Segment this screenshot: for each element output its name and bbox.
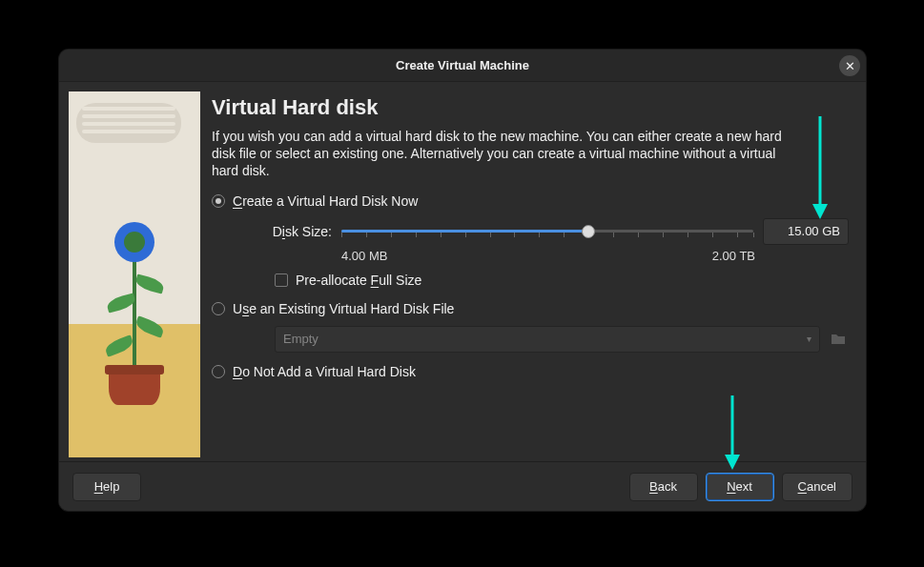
- disk-size-input[interactable]: 15.00 GB: [763, 218, 849, 245]
- page-description: If you wish you can add a virtual hard d…: [212, 128, 803, 180]
- radio-existing-label: Use an Existing Virtual Hard Disk File: [233, 301, 454, 316]
- radio-existing-disk[interactable]: Use an Existing Virtual Hard Disk File: [212, 301, 849, 316]
- wizard-illustration: [69, 91, 200, 457]
- disk-size-label: Disk Size:: [267, 224, 332, 239]
- disk-size-slider[interactable]: [341, 222, 753, 241]
- wizard-content: Virtual Hard disk If you wish you can ad…: [210, 91, 856, 461]
- checkbox-icon: [275, 273, 288, 287]
- dialog-body: Virtual Hard disk If you wish you can ad…: [59, 82, 866, 461]
- preallocate-label: Pre-allocate Full Size: [296, 273, 421, 288]
- slider-max: 2.00 TB: [712, 249, 755, 263]
- radio-create-label: Create a Virtual Hard Disk Now: [233, 193, 418, 209]
- radio-icon: [212, 302, 225, 315]
- radio-create-disk[interactable]: Create a Virtual Hard Disk Now: [212, 193, 849, 209]
- dropdown-value: Empty: [283, 332, 318, 346]
- browse-disk-button[interactable]: [828, 329, 849, 350]
- existing-disk-dropdown[interactable]: Empty ▾: [275, 326, 820, 353]
- dialog-title: Create Virtual Machine: [396, 58, 529, 72]
- radio-icon: [212, 365, 225, 378]
- help-button[interactable]: Help: [72, 473, 141, 501]
- titlebar: Create Virtual Machine ✕: [59, 50, 866, 82]
- preallocate-checkbox[interactable]: Pre-allocate Full Size: [275, 273, 849, 288]
- folder-icon: [830, 331, 847, 348]
- dialog-footer: Help Back Next Cancel: [59, 461, 866, 511]
- cancel-button[interactable]: Cancel: [782, 473, 852, 501]
- radio-no-disk-label: Do Not Add a Virtual Hard Disk: [233, 364, 416, 379]
- next-button[interactable]: Next: [706, 473, 774, 501]
- create-vm-dialog: Create Virtual Machine ✕ Virtual Hard di…: [59, 50, 866, 511]
- back-button[interactable]: Back: [629, 473, 698, 501]
- close-button[interactable]: ✕: [839, 55, 860, 76]
- close-icon: ✕: [845, 59, 855, 73]
- chevron-down-icon: ▾: [807, 334, 811, 344]
- slider-range-labels: 4.00 MB 2.00 TB: [341, 249, 849, 263]
- slider-min: 4.00 MB: [341, 249, 387, 263]
- existing-disk-row: Empty ▾: [275, 326, 849, 353]
- page-heading: Virtual Hard disk: [212, 95, 849, 120]
- radio-no-disk[interactable]: Do Not Add a Virtual Hard Disk: [212, 364, 849, 379]
- slider-thumb[interactable]: [582, 225, 595, 238]
- disk-size-row: Disk Size:: [267, 218, 849, 245]
- radio-icon: [212, 194, 225, 208]
